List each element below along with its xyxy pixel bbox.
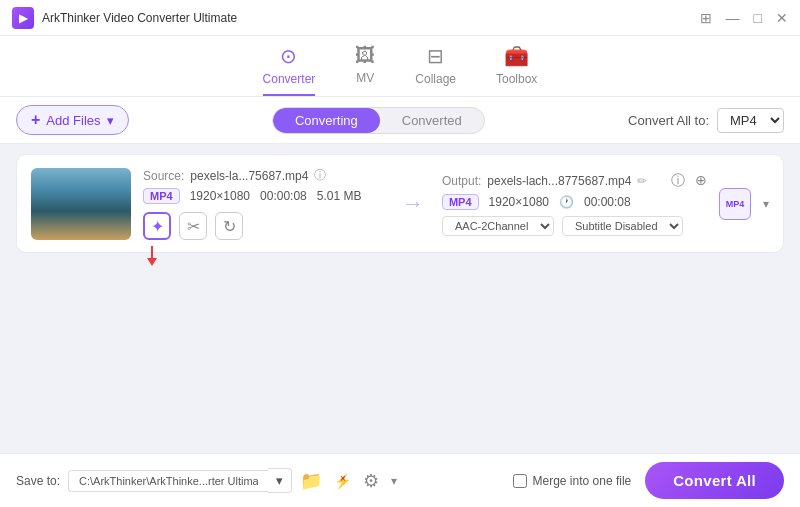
effect-button[interactable]: ✦: [143, 212, 171, 240]
output-settings: AAC-2Channel Subtitle Disabled: [442, 216, 707, 236]
add-output-icon[interactable]: ⊕: [695, 172, 707, 190]
tab-converted[interactable]: Converted: [380, 108, 484, 133]
output-filename: pexels-lach...8775687.mp4: [487, 174, 631, 188]
save-to-section: Save to: ▾ 📁 ⚡× ⚙ ▾: [16, 468, 397, 493]
output-line: Output: pexels-lach...8775687.mp4 ✏ ⓘ ⊕: [442, 172, 707, 190]
thumbnail-image: [31, 168, 131, 240]
source-duration: 00:00:08: [260, 189, 307, 203]
nav-collage[interactable]: ⊟ Collage: [415, 44, 456, 96]
toolbox-icon: 🧰: [504, 44, 529, 68]
nav-collage-label: Collage: [415, 72, 456, 86]
source-resolution: 1920×1080: [190, 189, 250, 203]
nav-toolbox-label: Toolbox: [496, 72, 537, 86]
folder-icon[interactable]: 📁: [300, 470, 322, 492]
save-path-input[interactable]: [68, 470, 268, 492]
mv-icon: 🖼: [355, 44, 375, 67]
output-resolution: 1920×1080: [489, 195, 549, 209]
collage-icon: ⊟: [427, 44, 444, 68]
refresh-button[interactable]: ↻: [215, 212, 243, 240]
subtitle-select[interactable]: Subtitle Disabled: [562, 216, 683, 236]
file-card: Source: pexels-la...75687.mp4 ⓘ MP4 1920…: [16, 154, 784, 253]
audio-channel-select[interactable]: AAC-2Channel: [442, 216, 554, 236]
file-info: Source: pexels-la...75687.mp4 ⓘ MP4 1920…: [143, 167, 384, 240]
nav-converter-label: Converter: [263, 72, 316, 86]
path-dropdown-button[interactable]: ▾: [268, 468, 292, 493]
bottom-right: Merge into one file Convert All: [513, 462, 785, 499]
mp4-format-thumb[interactable]: MP4: [719, 188, 751, 220]
close-icon[interactable]: ✕: [776, 10, 788, 26]
convert-all-label: Convert All to:: [628, 113, 709, 128]
bottom-toolbar-icons: 📁 ⚡× ⚙ ▾: [300, 470, 397, 492]
output-section: Output: pexels-lach...8775687.mp4 ✏ ⓘ ⊕ …: [442, 172, 707, 236]
cut-button[interactable]: ✂: [179, 212, 207, 240]
tab-converting[interactable]: Converting: [273, 108, 380, 133]
maximize-icon[interactable]: □: [754, 10, 762, 26]
title-bar-left: ▶ ArkThinker Video Converter Ultimate: [12, 7, 237, 29]
save-to-label: Save to:: [16, 474, 60, 488]
title-bar-controls[interactable]: ⊞ — □ ✕: [700, 10, 788, 26]
nav-mv-label: MV: [356, 71, 374, 85]
source-size: 5.01 MB: [317, 189, 362, 203]
source-filename: pexels-la...75687.mp4: [190, 169, 308, 183]
main-content: Source: pexels-la...75687.mp4 ⓘ MP4 1920…: [0, 144, 800, 453]
action-icons: ✦ ✂ ↻: [143, 212, 384, 240]
output-duration: 00:00:08: [584, 195, 631, 209]
edit-filename-icon[interactable]: ✏: [637, 174, 647, 188]
add-files-label: Add Files: [46, 113, 100, 128]
nav-toolbox[interactable]: 🧰 Toolbox: [496, 44, 537, 96]
merge-checkbox-label[interactable]: Merge into one file: [513, 474, 632, 488]
tab-group: Converting Converted: [272, 107, 485, 134]
output-meta-line: MP4 1920×1080 🕐 00:00:08: [442, 194, 707, 210]
settings-arrow-icon[interactable]: ▾: [391, 474, 397, 488]
save-path: ▾: [68, 468, 292, 493]
merge-checkbox-input[interactable]: [513, 474, 527, 488]
convert-all-button[interactable]: Convert All: [645, 462, 784, 499]
converter-icon: ⊙: [280, 44, 297, 68]
plus-icon: +: [31, 111, 40, 129]
add-files-button[interactable]: + Add Files ▾: [16, 105, 129, 135]
flash-off-icon[interactable]: ⚡×: [334, 473, 351, 489]
info2-icon[interactable]: ⓘ: [671, 172, 685, 190]
convert-all-section: Convert All to: MP4 MKV AVI: [628, 108, 784, 133]
nav-converter[interactable]: ⊙ Converter: [263, 44, 316, 96]
format-select[interactable]: MP4 MKV AVI: [717, 108, 784, 133]
app-icon: ▶: [12, 7, 34, 29]
source-meta-line: MP4 1920×1080 00:00:08 5.01 MB: [143, 188, 384, 204]
merge-label: Merge into one file: [533, 474, 632, 488]
source-label: Source:: [143, 169, 184, 183]
file-thumbnail: [31, 168, 131, 240]
output-format-badge: MP4: [442, 194, 479, 210]
grid-icon[interactable]: ⊞: [700, 10, 712, 26]
nav-mv[interactable]: 🖼 MV: [355, 44, 375, 96]
nav-bar: ⊙ Converter 🖼 MV ⊟ Collage 🧰 Toolbox: [0, 36, 800, 97]
output-label: Output:: [442, 174, 481, 188]
info-icon[interactable]: ⓘ: [314, 167, 326, 184]
clock-icon: 🕐: [559, 195, 574, 209]
convert-arrow-icon: →: [396, 191, 430, 217]
app-title: ArkThinker Video Converter Ultimate: [42, 11, 237, 25]
minimize-icon[interactable]: —: [726, 10, 740, 26]
toolbar: + Add Files ▾ Converting Converted Conve…: [0, 97, 800, 144]
settings2-icon[interactable]: ⚙: [363, 470, 379, 492]
bottom-bar: Save to: ▾ 📁 ⚡× ⚙ ▾ Merge into one file …: [0, 453, 800, 507]
source-line: Source: pexels-la...75687.mp4 ⓘ: [143, 167, 384, 184]
dropdown-arrow-icon: ▾: [107, 113, 114, 128]
source-format-badge: MP4: [143, 188, 180, 204]
title-bar: ▶ ArkThinker Video Converter Ultimate ⊞ …: [0, 0, 800, 36]
mp4-dropdown-arrow[interactable]: ▾: [763, 197, 769, 211]
